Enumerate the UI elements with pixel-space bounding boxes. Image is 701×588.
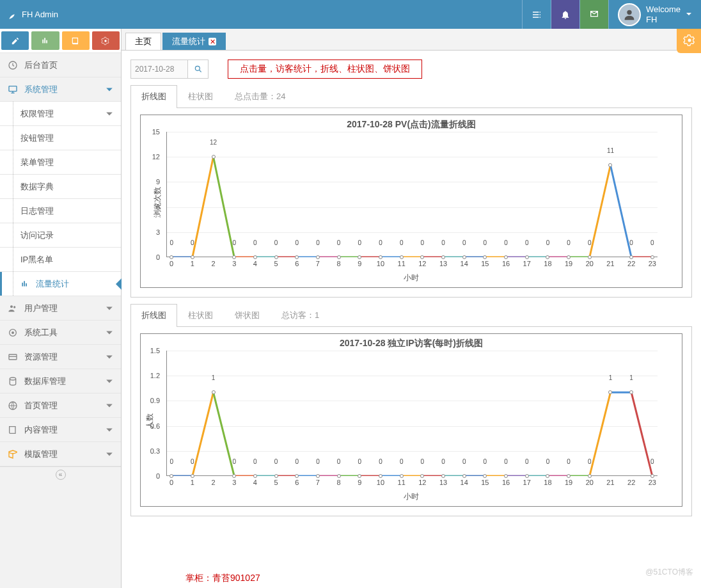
svg-line-16 — [214, 157, 235, 257]
sidebar-label: 用户管理 — [24, 303, 58, 314]
chart-title: 2017-10-28 PV(点击)流量折线图 — [141, 115, 682, 132]
sidebar-user[interactable]: 用户管理 — [0, 296, 121, 321]
caret-down-icon — [686, 10, 692, 19]
svg-point-12 — [688, 39, 691, 42]
sidebar-database[interactable]: 数据库管理 — [0, 369, 121, 393]
chevron-down-icon — [106, 86, 113, 93]
shortcut-stats[interactable] — [31, 31, 59, 50]
tab-home[interactable]: 主页 — [125, 33, 161, 50]
sidebar-sub-5[interactable]: 访问记录 — [0, 223, 121, 248]
sidebar-template[interactable]: 模版管理 — [0, 442, 121, 466]
date-input[interactable] — [130, 60, 188, 79]
sidebar-label: 访问记录 — [20, 230, 54, 241]
notifications-button[interactable] — [551, 0, 579, 29]
svg-point-13 — [195, 66, 200, 70]
footer-note: 掌柜：青苔901027 — [185, 573, 260, 584]
x-axis-label: 小时 — [141, 491, 682, 506]
svg-line-15 — [193, 157, 214, 257]
sidebar-label: 系统工具 — [24, 327, 58, 338]
sidebar-system[interactable]: 系统管理 — [0, 77, 121, 102]
svg-point-6 — [12, 331, 14, 334]
main-content: 主页 流量统计✕ 点击量，访客统计，折线、柱状图、饼状图 折线图 柱状图 总点击… — [122, 29, 701, 588]
svg-line-38 — [193, 392, 214, 476]
description-box: 点击量，访客统计，折线、柱状图、饼状图 — [228, 60, 422, 79]
chevron-down-icon — [106, 329, 113, 337]
sidebar-sub-6[interactable]: IP黑名单 — [0, 248, 121, 272]
shortcut-edit[interactable] — [1, 31, 29, 50]
sidebar-label: 数据库管理 — [24, 376, 66, 387]
sidebar-label: 按钮管理 — [20, 132, 54, 144]
chart-title: 2017-10-28 独立IP访客(每时)折线图 — [141, 334, 682, 351]
brand: FH Admin — [6, 9, 58, 20]
svg-point-0 — [627, 10, 631, 14]
svg-point-5 — [13, 306, 15, 308]
chevron-down-icon — [106, 305, 113, 312]
x-axis-label: 小时 — [141, 273, 682, 287]
messages-button[interactable] — [579, 0, 608, 29]
sidebar-label: 数据字典 — [20, 181, 54, 193]
brand-text: FH Admin — [22, 10, 58, 19]
svg-line-35 — [610, 165, 631, 257]
sidebar-label: 首页管理 — [24, 400, 58, 411]
sidebar-homepage[interactable]: 首页管理 — [0, 393, 121, 418]
chart2-tab-pie[interactable]: 饼状图 — [224, 304, 271, 326]
sidebar-tools[interactable]: 系统工具 — [0, 321, 121, 345]
sidebar-label: 日志管理 — [20, 205, 54, 217]
user-menu[interactable]: WelcomeFH — [608, 0, 701, 29]
svg-line-39 — [214, 392, 235, 476]
topbar-right: WelcomeFH — [522, 0, 701, 29]
settings-cog[interactable] — [677, 29, 701, 53]
sidebar-sub-0[interactable]: 权限管理 — [0, 102, 121, 126]
chart1-tab-line[interactable]: 折线图 — [130, 85, 177, 108]
chart1-tab-total: 总点击量：24 — [224, 85, 296, 107]
chart2-tabs: 折线图 柱状图 饼状图 总访客：1 — [130, 304, 692, 327]
chevron-down-icon — [106, 353, 113, 361]
chevron-down-icon — [106, 377, 113, 385]
chevron-down-icon — [106, 426, 113, 434]
sidebar-resource[interactable]: 资源管理 — [0, 345, 121, 369]
shortcut-book[interactable] — [62, 31, 90, 50]
chart1-card: 2017-10-28 PV(点击)流量折线图浏览次数03691215001200… — [130, 108, 692, 298]
sidebar-sub-7[interactable]: 流量统计 — [0, 272, 121, 296]
search-button[interactable] — [188, 60, 209, 79]
user-text: WelcomeFH — [646, 4, 681, 24]
svg-rect-9 — [9, 356, 17, 356]
avatar — [618, 3, 641, 26]
sidebar-sub-1[interactable]: 按钮管理 — [0, 126, 121, 150]
svg-line-59 — [631, 392, 652, 476]
svg-line-57 — [590, 392, 611, 476]
sidebar-label: 权限管理 — [20, 108, 54, 120]
chart2-tab-line[interactable]: 折线图 — [130, 304, 177, 327]
sidebar-label: 流量统计 — [36, 278, 69, 290]
chevron-down-icon — [106, 402, 113, 409]
watermark: @51CTO博客 — [645, 567, 693, 578]
sidebar-label: 后台首页 — [24, 60, 58, 71]
svg-point-10 — [10, 377, 15, 380]
close-icon[interactable]: ✕ — [209, 38, 216, 45]
shortcut-settings[interactable] — [92, 31, 120, 50]
sidebar-label: 系统管理 — [24, 84, 58, 95]
sidebar-collapse[interactable]: « — [0, 466, 121, 482]
sidebar-sub-3[interactable]: 数据字典 — [0, 175, 121, 199]
svg-point-4 — [10, 305, 13, 308]
tabs-bar: 主页 流量统计✕ — [122, 29, 701, 51]
sidebar-sub-2[interactable]: 菜单管理 — [0, 150, 121, 175]
tab-traffic[interactable]: 流量统计✕ — [162, 33, 226, 50]
sidebar-label: 内容管理 — [24, 424, 58, 436]
sidebar: 后台首页 系统管理 权限管理按钮管理菜单管理数据字典日志管理访问记录IP黑名单流… — [0, 29, 122, 588]
sidebar-sub-4[interactable]: 日志管理 — [0, 199, 121, 223]
sidebar-home[interactable]: 后台首页 — [0, 53, 121, 77]
chart1-tab-bar[interactable]: 柱状图 — [177, 85, 224, 107]
chevron-down-icon — [106, 110, 113, 118]
svg-rect-3 — [9, 86, 17, 91]
sidebar-label: 资源管理 — [24, 351, 58, 363]
tasks-button[interactable] — [522, 0, 551, 29]
sidebar-label: IP黑名单 — [20, 254, 53, 266]
sidebar-content[interactable]: 内容管理 — [0, 418, 121, 442]
chart2-card: 2017-10-28 独立IP访客(每时)折线图人数00.30.60.91.21… — [130, 327, 692, 516]
chart2-tab-bar[interactable]: 柱状图 — [177, 304, 224, 326]
chart2-tab-total: 总访客：1 — [271, 304, 330, 326]
svg-line-34 — [590, 165, 611, 257]
chart1-tabs: 折线图 柱状图 总点击量：24 — [130, 85, 692, 108]
chevron-down-icon — [106, 450, 113, 458]
